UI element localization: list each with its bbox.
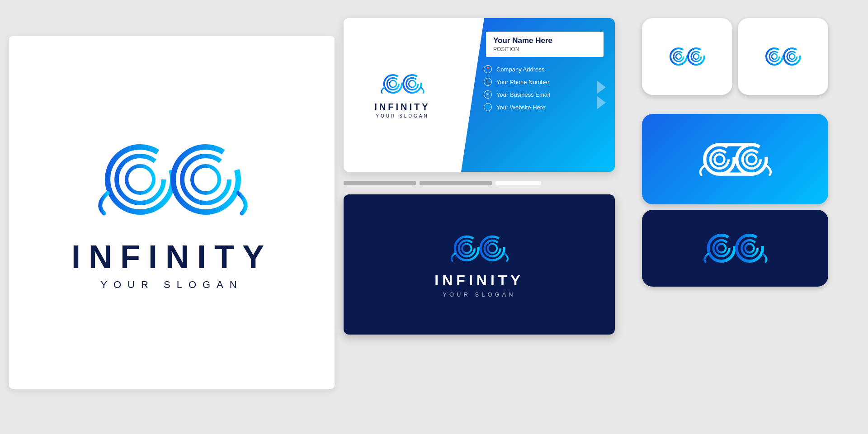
logo-panel: INFINITY YOUR SLOGAN (9, 36, 335, 389)
icon-card-dark-1 (642, 210, 828, 287)
svg-point-15 (485, 241, 500, 256)
svg-point-16 (462, 244, 471, 253)
svg-point-38 (736, 235, 763, 261)
card-person-name: Your Name Here (493, 36, 596, 45)
svg-point-29 (789, 54, 795, 59)
business-card-back: INFINITY YOUR SLOGAN (344, 194, 615, 335)
card-address-item: 📍 Company Address (484, 65, 604, 73)
icon-infinity-white-svg (662, 45, 712, 68)
svg-point-35 (746, 154, 756, 164)
svg-point-9 (406, 78, 418, 90)
location-icon: 📍 (484, 65, 492, 73)
icon-infinity-white2-svg (758, 45, 808, 68)
card-email-item: ✉ Your Business Email (484, 90, 604, 99)
card-brand-name: INFINITY (374, 102, 430, 112)
svg-point-23 (693, 54, 699, 59)
card-address-text: Company Address (496, 66, 544, 73)
svg-point-32 (737, 144, 766, 174)
svg-point-34 (715, 154, 725, 164)
svg-point-19 (674, 52, 684, 61)
card-website-item: 🌐 Your Website Here (484, 103, 604, 111)
svg-point-5 (192, 166, 219, 193)
card-contact-list: 📍 Company Address 📞 Your Phone Number ✉ … (484, 65, 604, 116)
svg-point-1 (117, 156, 164, 203)
stack-bar-3 (495, 181, 541, 185)
card-name-box: Your Name Here POSITION (486, 32, 604, 57)
svg-point-37 (713, 240, 729, 256)
svg-point-10 (390, 80, 396, 87)
stack-bar-2 (420, 181, 492, 185)
main-brand-name: INFINITY (71, 238, 272, 275)
card-phone-item: 📞 Your Phone Number (484, 78, 604, 86)
card-right-side: Your Name Here POSITION 📍 Company Addres… (461, 18, 615, 172)
svg-point-20 (688, 48, 704, 65)
main-logo-svg (77, 134, 267, 225)
icon-infinity-dark-svg (694, 230, 776, 266)
card-email-text: Your Business Email (496, 91, 550, 98)
icon-infinity-blue-svg (690, 138, 780, 181)
svg-point-24 (766, 48, 783, 65)
svg-point-18 (670, 48, 687, 65)
main-slogan: YOUR SLOGAN (100, 279, 243, 291)
icon-card-blue-1 (642, 114, 828, 204)
svg-point-22 (676, 54, 681, 59)
card-phone-text: Your Phone Number (496, 79, 549, 85)
card-website-text: Your Website Here (496, 104, 545, 111)
card-left-side: INFINITY YOUR SLOGAN (344, 18, 461, 172)
svg-point-3 (182, 156, 229, 203)
svg-point-25 (769, 52, 779, 61)
svg-point-40 (717, 244, 726, 252)
svg-point-41 (745, 244, 754, 252)
card-back-logo-svg (443, 231, 515, 265)
svg-point-28 (772, 54, 777, 59)
svg-point-21 (691, 52, 701, 61)
svg-point-39 (741, 240, 757, 256)
svg-point-7 (387, 78, 399, 90)
business-card-front: INFINITY YOUR SLOGAN Your Name Here POSI… (344, 18, 615, 172)
stack-bar-1 (344, 181, 416, 185)
phone-icon: 📞 (484, 78, 492, 86)
card-back-slogan: YOUR SLOGAN (443, 291, 515, 298)
card-position: POSITION (493, 46, 596, 52)
right-panel (642, 18, 828, 396)
card-slogan: YOUR SLOGAN (376, 113, 429, 118)
card-stack-divider (344, 181, 633, 185)
svg-point-33 (742, 150, 760, 168)
main-container: INFINITY YOUR SLOGAN (0, 0, 868, 434)
chevron-1 (597, 80, 606, 94)
middle-panel: INFINITY YOUR SLOGAN Your Name Here POSI… (344, 18, 633, 335)
svg-point-26 (784, 48, 800, 65)
svg-point-31 (710, 150, 728, 168)
icon-card-white-2 (738, 18, 828, 95)
chevron-decoration (597, 80, 606, 109)
svg-point-11 (409, 80, 415, 87)
svg-point-13 (459, 241, 475, 256)
icon-card-white-1 (642, 18, 732, 95)
svg-point-17 (488, 244, 497, 253)
globe-icon: 🌐 (484, 103, 492, 111)
svg-point-27 (787, 52, 797, 61)
svg-point-30 (705, 144, 734, 174)
card-logo-small-svg (375, 71, 429, 96)
svg-point-4 (127, 166, 154, 193)
svg-point-36 (708, 235, 735, 261)
chevron-2 (597, 96, 606, 109)
email-icon: ✉ (484, 90, 492, 99)
card-back-brand: INFINITY (434, 272, 524, 289)
